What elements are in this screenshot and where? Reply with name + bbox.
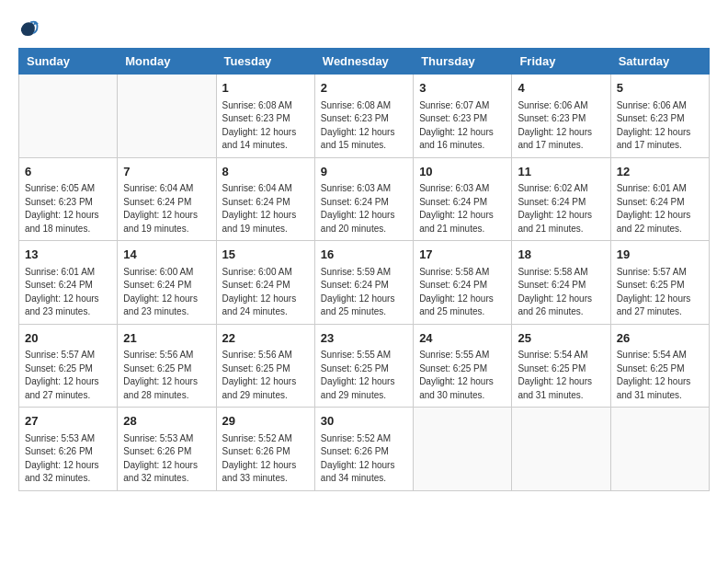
calendar-cell: 21Sunrise: 5:56 AM Sunset: 6:25 PM Dayli… (118, 324, 216, 408)
day-number: 13 (25, 246, 111, 264)
calendar-weekday-thursday: Thursday (414, 49, 512, 75)
calendar-weekday-tuesday: Tuesday (216, 49, 314, 75)
calendar-cell (19, 75, 118, 158)
calendar-weekday-friday: Friday (512, 49, 610, 75)
day-info: Sunrise: 6:08 AM Sunset: 6:23 PM Dayligh… (321, 99, 407, 153)
day-info: Sunrise: 5:55 AM Sunset: 6:25 PM Dayligh… (419, 349, 506, 402)
calendar-cell: 19Sunrise: 5:57 AM Sunset: 6:25 PM Dayli… (610, 241, 709, 325)
calendar-weekday-saturday: Saturday (610, 49, 709, 75)
day-info: Sunrise: 5:58 AM Sunset: 6:24 PM Dayligh… (518, 266, 604, 319)
day-info: Sunrise: 5:54 AM Sunset: 6:25 PM Dayligh… (518, 349, 604, 402)
day-info: Sunrise: 6:01 AM Sunset: 6:24 PM Dayligh… (617, 182, 703, 236)
day-number: 8 (222, 163, 309, 181)
calendar-cell: 25Sunrise: 5:54 AM Sunset: 6:25 PM Dayli… (512, 324, 610, 408)
calendar-cell: 29Sunrise: 5:52 AM Sunset: 6:26 PM Dayli… (216, 408, 314, 491)
calendar-cell (610, 408, 709, 491)
calendar-table: SundayMondayTuesdayWednesdayThursdayFrid… (18, 48, 710, 491)
day-info: Sunrise: 6:08 AM Sunset: 6:23 PM Dayligh… (222, 99, 309, 153)
calendar-cell: 1Sunrise: 6:08 AM Sunset: 6:23 PM Daylig… (216, 75, 314, 158)
calendar-cell: 17Sunrise: 5:58 AM Sunset: 6:24 PM Dayli… (414, 241, 512, 325)
calendar-cell: 27Sunrise: 5:53 AM Sunset: 6:26 PM Dayli… (19, 408, 118, 491)
calendar-week-3: 13Sunrise: 6:01 AM Sunset: 6:24 PM Dayli… (19, 241, 710, 325)
day-number: 27 (25, 412, 111, 431)
calendar-week-1: 1Sunrise: 6:08 AM Sunset: 6:23 PM Daylig… (19, 75, 710, 158)
day-info: Sunrise: 5:56 AM Sunset: 6:25 PM Dayligh… (123, 349, 210, 402)
calendar-week-2: 6Sunrise: 6:05 AM Sunset: 6:23 PM Daylig… (19, 157, 710, 241)
day-number: 1 (222, 79, 309, 98)
day-number: 10 (419, 163, 506, 181)
calendar-cell: 16Sunrise: 5:59 AM Sunset: 6:24 PM Dayli… (314, 241, 413, 325)
calendar-cell: 5Sunrise: 6:06 AM Sunset: 6:23 PM Daylig… (610, 75, 709, 158)
day-info: Sunrise: 6:04 AM Sunset: 6:24 PM Dayligh… (123, 182, 210, 236)
calendar-cell: 26Sunrise: 5:54 AM Sunset: 6:25 PM Dayli… (610, 324, 709, 408)
day-info: Sunrise: 5:52 AM Sunset: 6:26 PM Dayligh… (321, 432, 407, 486)
page-header (18, 18, 710, 39)
day-number: 22 (222, 329, 309, 348)
logo (18, 18, 42, 39)
calendar-week-4: 20Sunrise: 5:57 AM Sunset: 6:25 PM Dayli… (19, 324, 710, 408)
day-number: 12 (617, 163, 703, 181)
day-number: 21 (123, 329, 210, 348)
day-info: Sunrise: 5:53 AM Sunset: 6:26 PM Dayligh… (25, 432, 111, 486)
day-number: 4 (518, 79, 604, 98)
day-info: Sunrise: 5:58 AM Sunset: 6:24 PM Dayligh… (419, 266, 506, 319)
day-number: 20 (25, 329, 111, 348)
day-info: Sunrise: 6:03 AM Sunset: 6:24 PM Dayligh… (321, 182, 407, 236)
day-number: 29 (222, 412, 309, 431)
calendar-cell: 28Sunrise: 5:53 AM Sunset: 6:26 PM Dayli… (118, 408, 216, 491)
day-number: 6 (25, 163, 111, 181)
day-number: 26 (617, 329, 703, 348)
calendar-week-5: 27Sunrise: 5:53 AM Sunset: 6:26 PM Dayli… (19, 408, 710, 491)
calendar-weekday-wednesday: Wednesday (314, 49, 413, 75)
calendar-cell: 12Sunrise: 6:01 AM Sunset: 6:24 PM Dayli… (610, 157, 709, 241)
day-info: Sunrise: 6:00 AM Sunset: 6:24 PM Dayligh… (123, 266, 210, 319)
day-info: Sunrise: 5:57 AM Sunset: 6:25 PM Dayligh… (617, 266, 703, 319)
day-number: 24 (419, 329, 506, 348)
calendar-weekday-monday: Monday (118, 49, 216, 75)
day-info: Sunrise: 5:52 AM Sunset: 6:26 PM Dayligh… (222, 432, 309, 486)
calendar-cell: 24Sunrise: 5:55 AM Sunset: 6:25 PM Dayli… (414, 324, 512, 408)
calendar-cell: 6Sunrise: 6:05 AM Sunset: 6:23 PM Daylig… (19, 157, 118, 241)
day-number: 7 (123, 163, 210, 181)
day-number: 19 (617, 246, 703, 264)
calendar-weekday-sunday: Sunday (19, 49, 118, 75)
day-number: 5 (617, 79, 703, 98)
day-info: Sunrise: 5:54 AM Sunset: 6:25 PM Dayligh… (617, 349, 703, 402)
calendar-cell: 20Sunrise: 5:57 AM Sunset: 6:25 PM Dayli… (19, 324, 118, 408)
calendar-cell: 22Sunrise: 5:56 AM Sunset: 6:25 PM Dayli… (216, 324, 314, 408)
calendar-cell (118, 75, 216, 158)
calendar-cell: 15Sunrise: 6:00 AM Sunset: 6:24 PM Dayli… (216, 241, 314, 325)
day-number: 15 (222, 246, 309, 264)
day-number: 30 (321, 412, 407, 431)
day-info: Sunrise: 5:57 AM Sunset: 6:25 PM Dayligh… (25, 349, 111, 402)
calendar-cell: 14Sunrise: 6:00 AM Sunset: 6:24 PM Dayli… (118, 241, 216, 325)
day-number: 9 (321, 163, 407, 181)
calendar-header-row: SundayMondayTuesdayWednesdayThursdayFrid… (19, 49, 710, 75)
day-info: Sunrise: 6:04 AM Sunset: 6:24 PM Dayligh… (222, 182, 309, 236)
day-number: 11 (518, 163, 604, 181)
day-info: Sunrise: 6:07 AM Sunset: 6:23 PM Dayligh… (419, 99, 506, 153)
calendar-cell: 2Sunrise: 6:08 AM Sunset: 6:23 PM Daylig… (314, 75, 413, 158)
calendar-cell: 13Sunrise: 6:01 AM Sunset: 6:24 PM Dayli… (19, 241, 118, 325)
day-number: 2 (321, 79, 407, 98)
day-number: 25 (518, 329, 604, 348)
day-number: 14 (123, 246, 210, 264)
day-number: 18 (518, 246, 604, 264)
calendar-cell: 4Sunrise: 6:06 AM Sunset: 6:23 PM Daylig… (512, 75, 610, 158)
day-info: Sunrise: 6:06 AM Sunset: 6:23 PM Dayligh… (617, 99, 703, 153)
day-info: Sunrise: 6:01 AM Sunset: 6:24 PM Dayligh… (25, 266, 111, 319)
logo-icon (18, 18, 39, 39)
calendar-cell: 10Sunrise: 6:03 AM Sunset: 6:24 PM Dayli… (414, 157, 512, 241)
day-info: Sunrise: 5:53 AM Sunset: 6:26 PM Dayligh… (123, 432, 210, 486)
calendar-cell: 9Sunrise: 6:03 AM Sunset: 6:24 PM Daylig… (314, 157, 413, 241)
calendar-cell (512, 408, 610, 491)
day-number: 28 (123, 412, 210, 431)
calendar-cell (414, 408, 512, 491)
day-info: Sunrise: 6:06 AM Sunset: 6:23 PM Dayligh… (518, 99, 604, 153)
calendar-cell: 7Sunrise: 6:04 AM Sunset: 6:24 PM Daylig… (118, 157, 216, 241)
day-number: 16 (321, 246, 407, 264)
day-info: Sunrise: 6:03 AM Sunset: 6:24 PM Dayligh… (419, 182, 506, 236)
day-info: Sunrise: 5:55 AM Sunset: 6:25 PM Dayligh… (321, 349, 407, 402)
day-number: 23 (321, 329, 407, 348)
day-info: Sunrise: 6:00 AM Sunset: 6:24 PM Dayligh… (222, 266, 309, 319)
